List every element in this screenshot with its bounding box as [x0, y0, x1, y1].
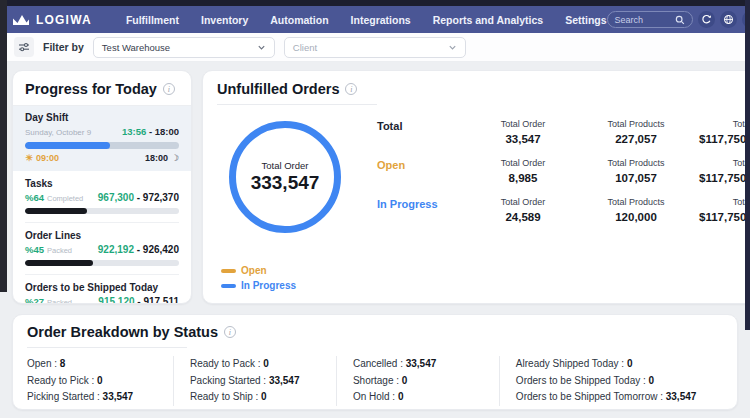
day-shift-section: Day Shift Sunday, October 9 13:56 - 18:0… [13, 106, 191, 171]
donut-center-value: 333,547 [251, 172, 320, 194]
filter-settings-button[interactable] [14, 37, 34, 57]
breakdown-column-4: Already Shipped Today : 0 Orders to be S… [499, 356, 723, 406]
order-lines-progress-bar [25, 260, 179, 266]
logiwa-logo[interactable]: LOGIWA [12, 13, 92, 27]
in-progress-products-value: 120,000 [615, 211, 657, 223]
total-order-value: 33,547 [505, 133, 540, 145]
order-lines-section: Order Lines %45Packed 922,192 - 926,420 [25, 223, 179, 275]
tasks-section: Tasks %64Completed 967,300 - 972,370 [25, 171, 179, 223]
orders-shipped-today-title: Orders to be Shipped Today [25, 282, 179, 293]
menu-item-reports-analytics[interactable]: Reports and Analytics [433, 14, 543, 26]
order-breakdown-card: Order Breakdown by Status i Open : 8 Rea… [12, 314, 738, 410]
open-order-value: 8,985 [509, 172, 538, 184]
unfulfilled-stats: Total Total Order33,547 Total Products22… [377, 119, 750, 293]
sunrise-icon: ☀ [25, 153, 33, 163]
day-shift-title: Day Shift [25, 112, 179, 123]
chevron-down-icon [257, 43, 266, 52]
status-ready-to-pick: Ready to Pick : 0 [27, 373, 163, 390]
info-icon[interactable]: i [163, 83, 175, 95]
tasks-status: Completed [47, 194, 83, 203]
tasks-progress-fill [25, 208, 87, 214]
search-placeholder: Search [615, 15, 644, 25]
status-ready-to-pack: Ready to Pack : 0 [190, 356, 326, 373]
total-row: Total Total Order33,547 Total Products22… [377, 119, 750, 145]
tasks-percent: %64 [25, 192, 44, 203]
order-lines-range: 922,192 - 926,420 [98, 244, 179, 255]
chevron-down-icon [448, 43, 457, 52]
open-row-label: Open [377, 158, 473, 171]
menu-item-inventory[interactable]: Inventory [201, 14, 248, 26]
total-products-header: Total Products [607, 119, 664, 129]
day-shift-times: 13:56 - 18:00 [122, 126, 179, 137]
status-picking-started: Picking Started : 33,547 [27, 389, 163, 406]
legend-item-in-progress[interactable]: In Progress [221, 280, 377, 291]
search-input[interactable]: Search [607, 11, 693, 28]
filter-bar: Filter by Test Warehouse Client [0, 33, 750, 62]
progress-card-title: Progress for Today [25, 81, 157, 97]
open-products-header: Total Products [607, 158, 664, 168]
filter-by-label: Filter by [43, 41, 84, 53]
menu-item-settings[interactable]: Settings [565, 14, 606, 26]
unfulfilled-orders-card: Unfulfilled Orders i Total Order 333,547… [202, 70, 750, 304]
in-progress-amount-value: $117,750,875.00 [699, 211, 750, 223]
breakdown-columns: Open : 8 Ready to Pick : 0 Picking Start… [27, 356, 723, 406]
status-already-shipped-today: Already Shipped Today : 0 [516, 356, 713, 373]
status-packing-started: Packing Started : 33,547 [190, 373, 326, 390]
menu-item-fulfillment[interactable]: Fulfillment [126, 14, 179, 26]
info-icon[interactable]: i [345, 83, 357, 95]
globe-icon [723, 14, 734, 25]
donut-center-label: Total Order [262, 160, 309, 171]
shift-close-time: 18:00☽ [145, 153, 179, 163]
moon-icon: ☽ [171, 153, 179, 163]
in-progress-swatch-icon [221, 284, 236, 288]
divider [217, 104, 377, 105]
tasks-progress-bar [25, 208, 179, 214]
client-select[interactable]: Client [284, 37, 466, 58]
language-button[interactable] [720, 11, 737, 28]
status-open: Open : 8 [27, 356, 163, 373]
total-row-label: Total [377, 119, 473, 132]
breakdown-card-title: Order Breakdown by Status [27, 324, 218, 340]
in-progress-row: In Progress Total Order24,589 Total Prod… [377, 197, 750, 223]
open-row: Open Total Order8,985 Total Products107,… [377, 158, 750, 184]
menu-item-integrations[interactable]: Integrations [351, 14, 411, 26]
day-shift-progress-bar [25, 142, 179, 149]
order-lines-title: Order Lines [25, 230, 179, 241]
legend-item-open[interactable]: Open [221, 265, 377, 276]
main-menu: Fulfillment Inventory Automation Integra… [126, 14, 607, 26]
unfulfilled-card-title: Unfulfilled Orders [217, 81, 339, 97]
total-amount-value: $117,750,875.00 [699, 133, 750, 145]
frame-edge-left [0, 0, 7, 292]
in-progress-order-value: 24,589 [505, 211, 540, 223]
legend-in-progress-label: In Progress [241, 280, 296, 291]
refresh-button[interactable] [698, 11, 715, 28]
tasks-title: Tasks [25, 178, 179, 189]
top-navbar: LOGIWA Fulfillment Inventory Automation … [0, 6, 750, 33]
order-lines-percent: %45 [25, 244, 44, 255]
menu-item-automation[interactable]: Automation [270, 14, 328, 26]
progress-for-today-card: Progress for Today i Day Shift Sunday, O… [12, 70, 192, 304]
divider [27, 347, 187, 348]
status-on-hold: On Hold : 0 [353, 389, 489, 406]
orders-shipped-today-section: Orders to be Shipped Today %27Packed 915… [25, 275, 179, 304]
status-cancelled: Cancelled : 33,547 [353, 356, 489, 373]
status-orders-shipped-tomorrow: Orders to be Shipped Tomorrow : 33,547 [516, 389, 713, 406]
donut-column: Total Order 333,547 Open In Progress [217, 109, 377, 293]
shift-end-time: - 18:00 [146, 126, 179, 137]
order-lines-status: Packed [47, 246, 72, 255]
frame-edge-right [745, 0, 750, 330]
open-swatch-icon [221, 269, 236, 273]
warehouse-select-value: Test Warehouse [102, 42, 170, 53]
search-icon [675, 15, 685, 25]
donut-legend: Open In Progress [217, 265, 377, 293]
open-order-header: Total Order [501, 158, 546, 168]
day-shift-progress-fill [25, 142, 110, 149]
unfulfilled-donut-chart: Total Order 333,547 [229, 121, 341, 233]
in-progress-row-label: In Progress [377, 197, 473, 210]
client-select-placeholder: Client [293, 42, 317, 53]
open-products-value: 107,057 [615, 172, 657, 184]
day-shift-date: Sunday, October 9 [25, 128, 91, 137]
warehouse-select[interactable]: Test Warehouse [93, 37, 275, 58]
breakdown-column-1: Open : 8 Ready to Pick : 0 Picking Start… [27, 356, 173, 406]
info-icon[interactable]: i [224, 326, 236, 338]
